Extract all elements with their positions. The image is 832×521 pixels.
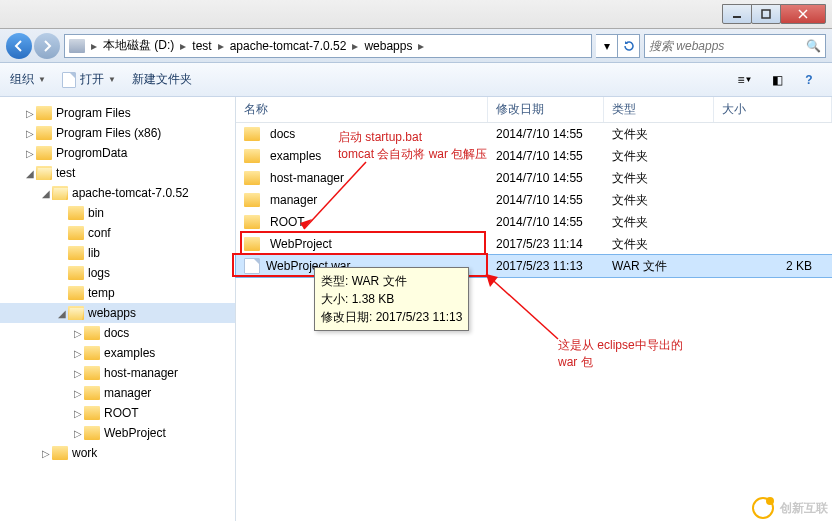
column-name[interactable]: 名称	[236, 97, 488, 122]
table-row[interactable]: ROOT2014/7/10 14:55文件夹	[236, 211, 832, 233]
window-titlebar	[0, 0, 832, 29]
drive-icon	[69, 39, 85, 53]
expand-icon[interactable]: ▷	[72, 408, 84, 419]
tree-item[interactable]: ▷work	[0, 443, 235, 463]
chevron-right-icon: ▸	[216, 39, 226, 53]
tree-item-label: logs	[88, 266, 110, 280]
tree-item[interactable]: ▷host-manager	[0, 363, 235, 383]
expand-icon[interactable]: ▷	[24, 128, 36, 139]
folder-icon	[84, 326, 100, 340]
table-row[interactable]: WebProject2017/5/23 11:14文件夹	[236, 233, 832, 255]
tree-item[interactable]: ▷Program Files	[0, 103, 235, 123]
tree-item[interactable]: ▷docs	[0, 323, 235, 343]
tree-item[interactable]: bin	[0, 203, 235, 223]
window-controls	[723, 4, 826, 24]
close-button[interactable]	[780, 4, 826, 24]
breadcrumb-item[interactable]: apache-tomcat-7.0.52	[226, 39, 351, 53]
tree-item[interactable]: ◢webapps	[0, 303, 235, 323]
open-button[interactable]: 打开 ▼	[62, 71, 116, 88]
tree-item[interactable]: ▷WebProject	[0, 423, 235, 443]
table-row[interactable]: docs2014/7/10 14:55文件夹	[236, 123, 832, 145]
expand-icon[interactable]: ▷	[72, 328, 84, 339]
maximize-button[interactable]	[751, 4, 781, 24]
expand-icon[interactable]: ▷	[72, 368, 84, 379]
chevron-right-icon: ▸	[350, 39, 360, 53]
search-input[interactable]	[649, 39, 806, 53]
folder-icon	[36, 146, 52, 160]
expand-icon[interactable]: ◢	[56, 308, 68, 319]
chevron-right-icon: ▸	[178, 39, 188, 53]
file-tooltip: 类型: WAR 文件 大小: 1.38 KB 修改日期: 2017/5/23 1…	[314, 267, 469, 331]
preview-pane-button[interactable]: ◧	[764, 69, 790, 91]
folder-icon	[84, 386, 100, 400]
folder-icon	[52, 446, 68, 460]
breadcrumb[interactable]: ▸ 本地磁盘 (D:) ▸ test ▸ apache-tomcat-7.0.5…	[64, 34, 592, 58]
expand-icon[interactable]: ▷	[40, 448, 52, 459]
folder-icon	[52, 186, 68, 200]
tree-item[interactable]: ◢test	[0, 163, 235, 183]
file-date: 2014/7/10 14:55	[488, 149, 604, 163]
nav-forward-button[interactable]	[34, 33, 60, 59]
tree-item[interactable]: ▷examples	[0, 343, 235, 363]
file-name: docs	[270, 127, 295, 141]
tree-item[interactable]: ◢apache-tomcat-7.0.52	[0, 183, 235, 203]
tree-item-label: docs	[104, 326, 129, 340]
file-date: 2014/7/10 14:55	[488, 127, 604, 141]
folder-icon	[36, 166, 52, 180]
folder-tree[interactable]: ▷Program Files▷Program Files (x86)▷Progr…	[0, 97, 236, 521]
breadcrumb-item[interactable]: webapps	[360, 39, 416, 53]
file-date: 2014/7/10 14:55	[488, 215, 604, 229]
tree-item[interactable]: lib	[0, 243, 235, 263]
breadcrumb-item[interactable]: 本地磁盘 (D:)	[99, 37, 178, 54]
chevron-down-icon: ▼	[38, 75, 46, 84]
table-row[interactable]: manager2014/7/10 14:55文件夹	[236, 189, 832, 211]
minimize-button[interactable]	[722, 4, 752, 24]
search-icon: 🔍	[806, 39, 821, 53]
tree-item[interactable]: conf	[0, 223, 235, 243]
tree-item[interactable]: temp	[0, 283, 235, 303]
expand-icon[interactable]: ▷	[24, 148, 36, 159]
file-type: 文件夹	[604, 192, 714, 209]
history-dropdown-button[interactable]: ▾	[596, 34, 618, 58]
column-type[interactable]: 类型	[604, 97, 714, 122]
tree-item[interactable]: ▷ROOT	[0, 403, 235, 423]
expand-icon[interactable]: ▷	[24, 108, 36, 119]
help-button[interactable]: ?	[796, 69, 822, 91]
file-name: WebProject	[270, 237, 332, 251]
column-date[interactable]: 修改日期	[488, 97, 604, 122]
column-size[interactable]: 大小	[714, 97, 832, 122]
column-headers[interactable]: 名称 修改日期 类型 大小	[236, 97, 832, 123]
tree-item-label: webapps	[88, 306, 136, 320]
expand-icon[interactable]: ▷	[72, 348, 84, 359]
expand-icon[interactable]: ▷	[72, 428, 84, 439]
organize-menu[interactable]: 组织 ▼	[10, 71, 46, 88]
view-options-button[interactable]: ≡ ▼	[732, 69, 758, 91]
expand-icon[interactable]: ◢	[40, 188, 52, 199]
tree-item-label: temp	[88, 286, 115, 300]
tree-item-label: ProgromData	[56, 146, 127, 160]
new-folder-button[interactable]: 新建文件夹	[132, 71, 192, 88]
tree-item[interactable]: ▷ProgromData	[0, 143, 235, 163]
nav-back-button[interactable]	[6, 33, 32, 59]
tree-item[interactable]: logs	[0, 263, 235, 283]
folder-icon	[244, 215, 260, 229]
chevron-down-icon: ▼	[108, 75, 116, 84]
tree-item[interactable]: ▷Program Files (x86)	[0, 123, 235, 143]
folder-icon	[36, 106, 52, 120]
expand-icon[interactable]: ◢	[24, 168, 36, 179]
folder-icon	[84, 426, 100, 440]
search-box[interactable]: 🔍	[644, 34, 826, 58]
main-area: ▷Program Files▷Program Files (x86)▷Progr…	[0, 97, 832, 521]
folder-icon	[68, 266, 84, 280]
table-row[interactable]: examples2014/7/10 14:55文件夹	[236, 145, 832, 167]
tree-item-label: lib	[88, 246, 100, 260]
tree-item-label: host-manager	[104, 366, 178, 380]
table-row[interactable]: host-manager2014/7/10 14:55文件夹	[236, 167, 832, 189]
chevron-right-icon: ▸	[89, 39, 99, 53]
expand-icon[interactable]: ▷	[72, 388, 84, 399]
file-type: 文件夹	[604, 148, 714, 165]
refresh-button[interactable]	[618, 34, 640, 58]
tree-item[interactable]: ▷manager	[0, 383, 235, 403]
folder-icon	[244, 171, 260, 185]
breadcrumb-item[interactable]: test	[188, 39, 215, 53]
